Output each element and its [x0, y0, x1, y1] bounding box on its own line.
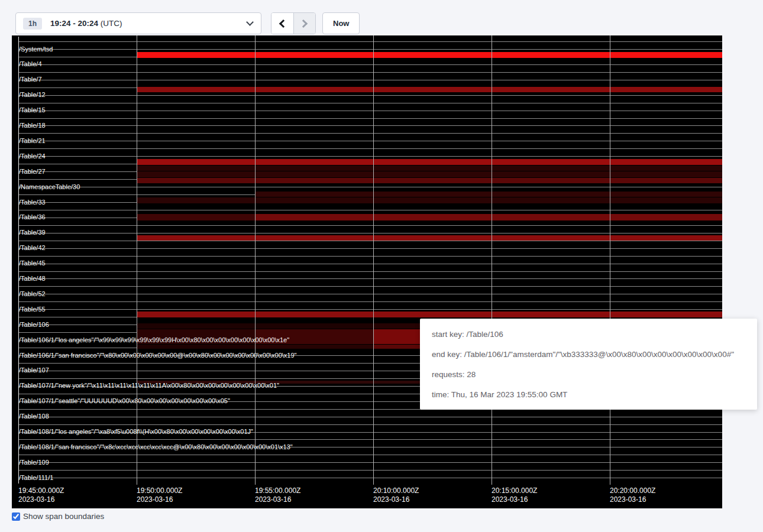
next-range-button[interactable]: [293, 13, 315, 34]
span-tooltip: start key: /Table/106end key: /Table/106…: [420, 319, 757, 410]
row-label: /NamespaceTable/30: [19, 183, 80, 191]
row-label: /Table/108/1/"los angeles"/"\xa8\xf5\u00…: [19, 428, 253, 436]
toolbar: 1h 19:24 - 20:24 (UTC) Now: [0, 0, 763, 35]
x-axis-tick: 20:10:00.000Z2023-03-16: [373, 486, 419, 504]
row-label: /System/tsd: [19, 46, 53, 53]
key-span-band[interactable]: [137, 345, 255, 349]
span-boundary-line: [18, 264, 722, 264]
span-boundary-line: [18, 95, 722, 96]
span-boundary-line: [18, 294, 722, 294]
x-tick-time: 20:20:00.000Z: [610, 486, 655, 495]
span-boundary-line: [18, 187, 722, 187]
key-span-band[interactable]: [137, 214, 255, 220]
span-boundary-line: [18, 424, 722, 425]
tooltip-line: start key: /Table/106: [432, 325, 757, 345]
time-range-selector[interactable]: 1h 19:24 - 20:24 (UTC): [15, 12, 261, 34]
row-label: /Table/107/1/"seattle"/"UUUUUUD\x00\x80\…: [19, 397, 230, 405]
span-boundary-line: [18, 41, 722, 42]
x-tick-time: 19:55:00.000Z: [255, 486, 300, 495]
span-boundary-line: [18, 64, 722, 65]
row-label: /Table/7: [19, 76, 42, 83]
span-boundary-line: [18, 80, 722, 80]
prev-range-button[interactable]: [271, 13, 293, 34]
span-boundary-line: [18, 72, 722, 73]
time-gridline: [373, 35, 374, 485]
span-boundary-line: [18, 278, 722, 279]
x-tick-date: 2023-03-16: [610, 495, 655, 504]
row-label: /Table/52: [19, 290, 46, 298]
row-label: /Table/108: [19, 413, 49, 420]
row-label: /Table/12: [19, 91, 46, 99]
x-tick-time: 19:50:00.000Z: [137, 486, 182, 495]
row-label: /Table/108/1/"san francisco"/"\x8c\xcc\x…: [19, 443, 293, 451]
x-axis-tick: 19:45:00.000Z2023-03-16: [18, 486, 64, 504]
span-boundary-line: [18, 455, 722, 455]
key-span-band[interactable]: [137, 235, 722, 241]
time-nav-group: [271, 12, 316, 34]
x-tick-date: 2023-03-16: [18, 495, 64, 504]
row-label: /Table/107: [19, 366, 49, 374]
tooltip-line: time: Thu, 16 Mar 2023 19:55:00 GMT: [432, 385, 757, 405]
key-span-band[interactable]: [137, 171, 722, 177]
keyvis-canvas[interactable]: /System/tsd/Table/4/Table/7/Table/12/Tab…: [12, 35, 722, 508]
now-button[interactable]: Now: [322, 12, 360, 34]
time-gridline: [137, 35, 137, 485]
span-boundary-line: [18, 309, 722, 310]
span-boundary-line: [18, 271, 722, 272]
key-span-band[interactable]: [137, 159, 722, 165]
span-boundary-line: [18, 248, 722, 249]
x-axis-tick: 19:55:00.000Z2023-03-16: [255, 486, 300, 504]
row-label: /Table/42: [19, 244, 46, 252]
key-span-band[interactable]: [137, 178, 722, 183]
key-span-band[interactable]: [255, 214, 722, 220]
key-span-band[interactable]: [137, 52, 722, 58]
span-boundary-line: [18, 103, 722, 103]
key-span-band[interactable]: [137, 166, 722, 171]
span-boundary-line: [18, 49, 722, 50]
span-boundary-line: [18, 156, 722, 157]
key-span-band[interactable]: [255, 192, 722, 197]
x-tick-time: 20:15:00.000Z: [492, 486, 537, 495]
row-label: /Table/107/1/"new york"/"\x11\x11\x11\x1…: [19, 382, 279, 390]
row-label: /Table/15: [19, 106, 46, 114]
key-span-band[interactable]: [137, 87, 722, 92]
x-tick-date: 2023-03-16: [373, 495, 419, 504]
x-tick-date: 2023-03-16: [492, 495, 537, 504]
span-boundary-line: [18, 256, 722, 257]
x-axis-tick: 20:15:00.000Z2023-03-16: [492, 486, 537, 504]
row-label: /Table/45: [19, 259, 46, 267]
row-label: /Table/24: [19, 153, 46, 160]
row-label: /Table/33: [19, 199, 46, 206]
x-tick-time: 20:10:00.000Z: [373, 486, 419, 495]
time-gridline: [610, 35, 610, 485]
time-gridline: [255, 35, 256, 485]
span-boundary-line: [18, 417, 722, 417]
span-boundary-line: [18, 286, 722, 287]
footer-controls: Show span boundaries: [12, 512, 104, 521]
key-span-band[interactable]: [137, 312, 722, 317]
span-boundary-line: [18, 478, 722, 478]
row-label: /Table/4: [19, 60, 42, 68]
span-boundary-line: [18, 439, 722, 440]
span-boundary-line: [18, 141, 722, 141]
span-boundary-line: [18, 210, 722, 210]
span-boundaries-checkbox[interactable]: [12, 512, 20, 521]
span-boundary-line: [18, 133, 722, 134]
x-axis-tick: 20:20:00.000Z2023-03-16: [610, 486, 655, 504]
chevron-left-icon: [279, 19, 287, 27]
row-label: /Table/111/1: [19, 474, 53, 482]
row-label: /Table/18: [19, 122, 46, 129]
x-axis-tick: 19:50:00.000Z2023-03-16: [137, 486, 182, 504]
tooltip-line: end key: /Table/106/1/"amsterdam"/"\xb33…: [432, 345, 757, 365]
span-boundary-line: [18, 301, 722, 302]
span-boundary-line: [18, 225, 722, 226]
row-label: /Table/48: [19, 275, 46, 283]
row-label: /Table/106/1/"los angeles"/"\x99\x99\x99…: [19, 336, 289, 344]
key-span-band[interactable]: [255, 345, 373, 349]
time-gridline: [492, 35, 492, 485]
range-duration-badge: 1h: [23, 18, 42, 30]
chevron-down-icon: [246, 18, 254, 26]
key-span-band[interactable]: [137, 197, 722, 203]
span-boundary-line: [18, 125, 722, 126]
span-boundary-line: [18, 111, 722, 111]
